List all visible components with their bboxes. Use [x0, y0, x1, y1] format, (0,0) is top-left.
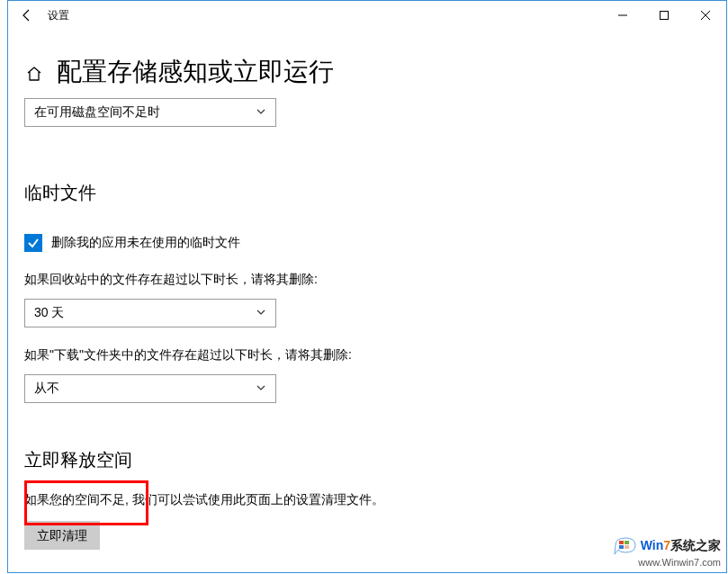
downloads-value: 从不	[34, 381, 59, 397]
svg-rect-3	[625, 541, 629, 544]
watermark-logo-icon	[614, 536, 637, 556]
downloads-label: 如果"下载"文件夹中的文件存在超过以下时长，请将其删除:	[24, 347, 710, 363]
page-header: 配置存储感知或立即运行	[24, 55, 710, 89]
recycle-bin-value: 30 天	[34, 305, 64, 321]
chevron-down-icon	[256, 307, 266, 320]
settings-window: 设置 配置存储感知或立即运行 在可用磁盘空间不足时 临时文	[7, 0, 727, 573]
maximize-button[interactable]	[643, 1, 685, 30]
watermark-url: www.Winwin7.com	[614, 556, 721, 569]
content-area: 配置存储感知或立即运行 在可用磁盘空间不足时 临时文件 删除我的应用未在使用的临…	[8, 55, 726, 550]
recycle-bin-dropdown[interactable]: 30 天	[24, 299, 276, 327]
chevron-down-icon	[256, 382, 266, 396]
clean-now-button[interactable]: 立即清理	[24, 521, 100, 550]
home-icon[interactable]	[24, 64, 44, 84]
back-button[interactable]	[8, 1, 46, 30]
run-frequency-value: 在可用磁盘空间不足时	[34, 104, 160, 121]
free-space-heading: 立即释放空间	[24, 448, 710, 472]
svg-rect-5	[625, 545, 629, 549]
free-space-desc: 如果您的空间不足, 我们可以尝试使用此页面上的设置清理文件。	[24, 492, 710, 508]
delete-temp-label: 删除我的应用未在使用的临时文件	[51, 235, 240, 251]
titlebar: 设置	[8, 1, 726, 30]
delete-temp-checkbox-row[interactable]: 删除我的应用未在使用的临时文件	[24, 234, 710, 252]
svg-rect-1	[661, 12, 669, 20]
svg-rect-2	[619, 541, 624, 544]
temp-files-heading: 临时文件	[24, 181, 710, 205]
close-button[interactable]	[685, 1, 726, 30]
run-frequency-dropdown[interactable]: 在可用磁盘空间不足时	[24, 98, 276, 127]
window-title: 设置	[48, 8, 69, 23]
delete-temp-checkbox[interactable]	[24, 234, 42, 252]
svg-rect-4	[619, 545, 624, 549]
watermark: Win7系统之家 www.Winwin7.com	[614, 536, 721, 569]
downloads-dropdown[interactable]: 从不	[24, 374, 276, 403]
recycle-bin-label: 如果回收站中的文件存在超过以下时长，请将其删除:	[24, 272, 710, 288]
minimize-button[interactable]	[602, 1, 643, 30]
window-controls	[602, 1, 726, 30]
watermark-brand: Win7系统之家	[641, 537, 721, 554]
chevron-down-icon	[256, 106, 266, 120]
page-title: 配置存储感知或立即运行	[57, 55, 334, 89]
